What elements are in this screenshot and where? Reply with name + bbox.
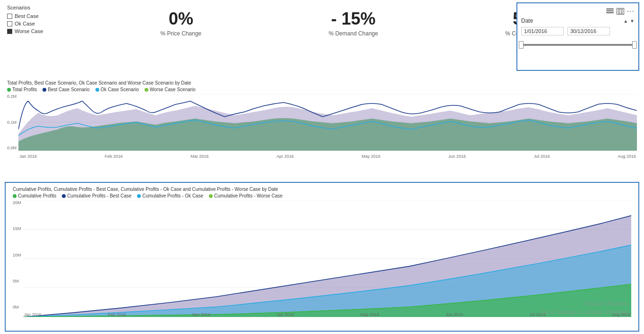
y2-0m: 0M [13, 305, 21, 309]
scenarios-panel: Scenarios Best Case Ok Case Worse Case [7, 5, 69, 36]
chart1-title: Total Profits, Best Case Scenario, Ok Ca… [7, 80, 637, 86]
legend-dot-total [7, 88, 11, 92]
arrow-down[interactable]: ▼ [630, 18, 635, 24]
legend-dot-worse [145, 88, 148, 92]
chart1-legend: Total Profits Best Case Scenario Ok Case… [7, 87, 637, 92]
chart1-svg [18, 94, 637, 151]
kpi-demand-change: - 15% % Demand Change [328, 9, 378, 37]
legend2-ok-case: Cumulative Profits - Ok Case [137, 193, 203, 198]
x2-may: May 2016 [361, 312, 379, 317]
y2-5m: 5M [13, 279, 21, 283]
label-best-case: Best Case [15, 13, 39, 19]
x-jan: Jan 2016 [19, 154, 37, 159]
y-label-00m: 0.0M [7, 146, 17, 150]
activate-windows-watermark: Activate Windows Go to Settings to activ… [541, 300, 629, 317]
slider-handle-right[interactable] [632, 41, 637, 49]
legend2-dot-best [62, 194, 66, 198]
main-container: Scenarios Best Case Ok Case Worse Case 0… [0, 0, 644, 334]
legend2-dot-ok [137, 194, 141, 198]
date-filter-label: Date [521, 17, 533, 24]
date-filter-panel: ··· Date ▲ ▼ [516, 2, 639, 71]
legend-best-case: Best Case Scenario [43, 87, 89, 92]
chart2-wrapper: 20M 15M 10M 5M 0M [13, 200, 631, 317]
x2-jun: Jun 2016 [446, 312, 463, 317]
kpi-price-change: 0% % Price Change [161, 9, 202, 37]
x-jun: Jun 2016 [448, 154, 466, 159]
label-worse-case: Worse Case [15, 28, 43, 34]
x-feb: Feb 2016 [105, 154, 123, 159]
x-jul: Jul 2016 [534, 154, 550, 159]
chart2-svg [23, 200, 631, 317]
y2-15m: 15M [13, 226, 21, 231]
scenario-best-case[interactable]: Best Case [7, 13, 69, 19]
legend-dot-best [43, 88, 46, 92]
y-label-01m: 0.1M [7, 120, 17, 125]
label-ok-case: Ok Case [15, 21, 35, 26]
date-start-input[interactable] [521, 27, 564, 35]
x2-feb: Feb 2016 [108, 312, 126, 317]
legend2-best-case: Cumulative Profits - Best Case [62, 193, 131, 198]
legend-total-profits: Total Profits [7, 87, 37, 92]
legend2-label-cumulative: Cumulative Profits [18, 193, 56, 198]
legend-label-total: Total Profits [12, 87, 37, 92]
checkbox-worse-case[interactable] [7, 29, 12, 34]
chart2-x-axis: Jan 2016 Feb 2016 Mar 2016 Apr 2016 May … [23, 312, 631, 317]
watermark-line1: Activate Windows [541, 300, 629, 308]
x-mar: Mar 2016 [191, 154, 209, 159]
legend2-label-best: Cumulative Profits - Best Case [67, 193, 131, 198]
y2-20m: 20M [13, 200, 21, 205]
legend-label-worse: Worse Case Scenario [150, 87, 196, 92]
legend2-worse-case: Cumulative Profits - Worse Case [209, 193, 283, 198]
chart2-legend: Cumulative Profits Cumulative Profits - … [13, 193, 631, 198]
x2-apr: Apr 2016 [277, 312, 294, 317]
legend-dot-ok [95, 88, 99, 92]
checkbox-ok-case[interactable] [7, 21, 12, 26]
menu-icon[interactable] [606, 9, 614, 14]
legend2-label-ok: Cumulative Profits - Ok Case [142, 193, 203, 198]
date-end-input[interactable] [567, 27, 610, 35]
expand-icon[interactable] [617, 8, 624, 15]
legend-label-best: Best Case Scenario [48, 87, 89, 92]
chart1-y-axis: 0.2M 0.1M 0.0M [7, 94, 18, 158]
slider-track [521, 44, 635, 46]
scenario-worse-case[interactable]: Worse Case [7, 28, 69, 34]
y2-10m: 10M [13, 253, 21, 257]
legend2-dot-cumulative [13, 194, 17, 198]
legend-label-ok: Ok Case Scenario [101, 87, 139, 92]
checkbox-best-case[interactable] [7, 14, 12, 19]
chart2-y-axis: 20M 15M 10M 5M 0M [13, 200, 23, 317]
chart1-section: Total Profits, Best Case Scenario, Ok Ca… [0, 80, 644, 180]
chart2-title: Cumulative Profits, Cumulative Profits -… [13, 187, 631, 192]
date-filter-toolbar: ··· [521, 7, 635, 16]
watermark-line2: Go to Settings to activate Windows [541, 308, 629, 317]
kpi-demand-label: % Demand Change [328, 30, 378, 37]
chart1-wrapper: 0.2M 0.1M 0.0M [7, 94, 637, 158]
legend-ok-case: Ok Case Scenario [95, 87, 139, 92]
slider-handle-left[interactable] [519, 41, 524, 49]
date-slider[interactable] [521, 40, 635, 50]
x-apr: Apr 2016 [276, 154, 294, 159]
scenarios-title: Scenarios [7, 5, 69, 10]
y-label-02m: 0.2M [7, 94, 17, 99]
top-section: Scenarios Best Case Ok Case Worse Case 0… [0, 0, 644, 80]
scenario-ok-case[interactable]: Ok Case [7, 21, 69, 26]
chart2-area: Jan 2016 Feb 2016 Mar 2016 Apr 2016 May … [23, 200, 631, 317]
kpi-price-label: % Price Change [161, 30, 202, 37]
svg-rect-0 [618, 9, 623, 14]
x-aug: Aug 2016 [618, 154, 636, 159]
x2-mar: Mar 2016 [192, 312, 210, 317]
legend2-cumulative: Cumulative Profits [13, 193, 56, 198]
more-options-icon[interactable]: ··· [627, 7, 635, 16]
legend2-dot-worse [209, 194, 213, 198]
kpi-demand-value: - 15% [328, 9, 378, 28]
legend2-label-worse: Cumulative Profits - Worse Case [214, 193, 283, 198]
arrow-up[interactable]: ▲ [623, 18, 628, 24]
date-filter-arrows: ▲ ▼ [623, 18, 635, 24]
x2-jan: Jan 2016 [24, 312, 42, 317]
x-may: May 2016 [362, 154, 381, 159]
legend-worse-case: Worse Case Scenario [145, 87, 196, 92]
slider-fill [521, 44, 635, 46]
chart1-area: Jan 2016 Feb 2016 Mar 2016 Apr 2016 May … [18, 94, 637, 158]
kpi-price-value: 0% [161, 9, 202, 28]
date-filter-header-row: Date ▲ ▼ [521, 17, 635, 24]
